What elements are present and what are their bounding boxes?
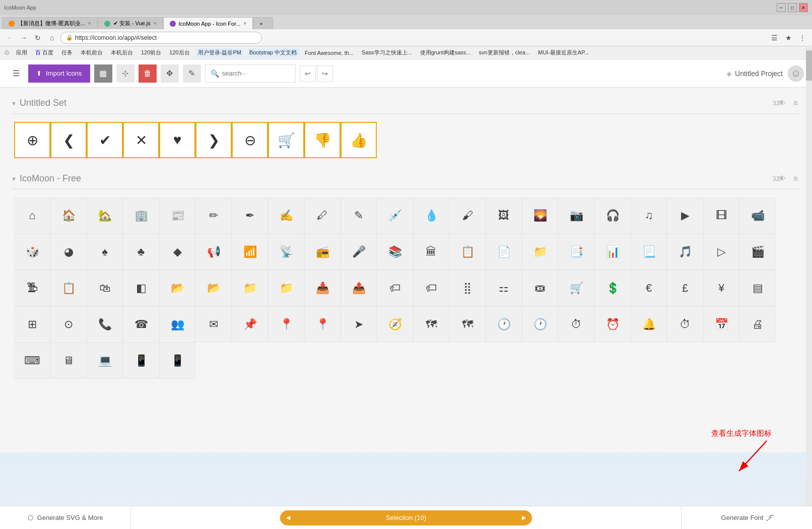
icomoon-icon-74[interactable]: 🗺 xyxy=(413,306,449,343)
bookmark-svn[interactable]: svn更新报错，clea... xyxy=(477,48,532,57)
icomoon-icon-81[interactable]: ⏱ xyxy=(667,306,703,343)
icomoon-icon-47[interactable]: 📂 xyxy=(195,270,232,306)
icomoon-icon-60[interactable]: £ xyxy=(667,270,703,306)
icomoon-icon-72[interactable]: ➤ xyxy=(341,306,377,343)
icomoon-icon-24[interactable]: ♣ xyxy=(123,234,159,270)
tab-vuejs[interactable]: ✔ 安装 - Vue.js × xyxy=(98,17,163,29)
bookmark-bootstrap[interactable]: Bootstrap 中文文档 xyxy=(247,48,299,57)
icomoon-icon-6[interactable]: ✒ xyxy=(232,197,268,234)
icomoon-icon-31[interactable]: 📚 xyxy=(377,234,413,270)
icomoon-icon-20[interactable]: 📹 xyxy=(739,197,776,234)
icomoon-icon-15[interactable]: 📷 xyxy=(558,197,594,234)
icomoon-icon-63[interactable]: ⊞ xyxy=(14,306,50,343)
icomoon-icon-32[interactable]: 🏛 xyxy=(413,234,449,270)
bookmark-user-login[interactable]: 用户登录-益谷PM xyxy=(196,48,243,57)
icomoon-icon-12[interactable]: 🖌 xyxy=(449,197,486,234)
icomoon-icon-39[interactable]: 🎵 xyxy=(667,234,703,270)
icomoon-icon-29[interactable]: 📻 xyxy=(304,234,341,270)
icomoon-icon-65[interactable]: 📞 xyxy=(87,306,123,343)
icomoon-icon-41[interactable]: 🎬 xyxy=(739,234,776,270)
bookmark-120-front[interactable]: 120前台 xyxy=(139,48,163,57)
icomoon-icon-13[interactable]: 🖼 xyxy=(486,197,522,234)
bookmark-local-front[interactable]: 本机前台 xyxy=(79,48,105,57)
move-button[interactable]: ✥ xyxy=(161,64,179,83)
project-name[interactable]: ◈ Untitled Project xyxy=(726,70,783,78)
selected-icon-4[interactable]: ♥ xyxy=(159,122,195,158)
icomoon-icon-56[interactable]: 🎟 xyxy=(522,270,558,306)
bookmark-fontawesome[interactable]: Font Awesome, th... xyxy=(303,49,356,57)
icomoon-icon-22[interactable]: ◕ xyxy=(50,234,87,270)
icomoon-icon-44[interactable]: 🛍 xyxy=(87,270,123,306)
bookmark-grunt[interactable]: 使用grunt构建sass... xyxy=(418,48,473,57)
maximize-button[interactable]: □ xyxy=(788,3,797,12)
back-button[interactable]: ← xyxy=(4,32,15,43)
window-controls[interactable]: − □ × xyxy=(777,3,808,12)
icomoon-icon-85[interactable]: 🖥 xyxy=(50,343,87,379)
icomoon-icon-76[interactable]: 🕐 xyxy=(486,306,522,343)
selected-icon-8[interactable]: 👎 xyxy=(304,122,341,158)
selected-icon-0[interactable]: ⊕ xyxy=(14,122,50,158)
select-button[interactable]: ⊹ xyxy=(116,64,134,83)
selected-icon-9[interactable]: 👍 xyxy=(341,122,377,158)
icomoon-icon-67[interactable]: 👥 xyxy=(159,306,195,343)
icomoon-icon-69[interactable]: 📌 xyxy=(232,306,268,343)
collapse-chevron-icon[interactable]: ▾ xyxy=(12,99,16,107)
icomoon-icon-19[interactable]: 🎞 xyxy=(703,197,739,234)
icomoon-icon-61[interactable]: ¥ xyxy=(703,270,739,306)
settings-icon[interactable]: ☰ xyxy=(769,32,780,43)
section-menu-icon[interactable]: ≡ xyxy=(793,174,798,183)
forward-button[interactable]: → xyxy=(18,32,29,43)
icomoon-icon-82[interactable]: 📅 xyxy=(703,306,739,343)
scrollbar-thumb[interactable] xyxy=(806,50,812,81)
tab-close-icon[interactable]: × xyxy=(243,21,246,26)
icomoon-icon-35[interactable]: 📁 xyxy=(522,234,558,270)
section-menu-icon[interactable]: ≡ xyxy=(793,99,798,108)
icomoon-icon-73[interactable]: 🧭 xyxy=(377,306,413,343)
icomoon-icon-25[interactable]: ◆ xyxy=(159,234,195,270)
icomoon-icon-53[interactable]: 🏷 xyxy=(413,270,449,306)
icomoon-icon-11[interactable]: 💧 xyxy=(413,197,449,234)
redo-button[interactable]: ↪ xyxy=(317,65,333,82)
home-button[interactable]: ⌂ xyxy=(46,32,57,43)
icomoon-icon-49[interactable]: 📁 xyxy=(268,270,304,306)
icomoon-icon-55[interactable]: ⚏ xyxy=(486,270,522,306)
icomoon-icon-66[interactable]: ☎ xyxy=(123,306,159,343)
icomoon-icon-7[interactable]: ✍ xyxy=(268,197,304,234)
icomoon-icon-21[interactable]: 🎲 xyxy=(14,234,50,270)
collapse-chevron-icon[interactable]: ▾ xyxy=(12,175,16,183)
icomoon-icon-80[interactable]: 🔔 xyxy=(631,306,667,343)
icomoon-icon-70[interactable]: 📍 xyxy=(268,306,304,343)
close-button[interactable]: × xyxy=(799,3,808,12)
icomoon-icon-59[interactable]: € xyxy=(631,270,667,306)
import-icons-button[interactable]: ⬆ Import Icons xyxy=(28,64,90,83)
icomoon-icon-86[interactable]: 💻 xyxy=(87,343,123,379)
icomoon-icon-40[interactable]: ▷ xyxy=(703,234,739,270)
icomoon-icon-64[interactable]: ⊙ xyxy=(50,306,87,343)
icomoon-icon-17[interactable]: ♫ xyxy=(631,197,667,234)
minimize-button[interactable]: − xyxy=(777,3,786,12)
icomoon-icon-26[interactable]: 📢 xyxy=(195,234,232,270)
icomoon-icon-68[interactable]: ✉ xyxy=(195,306,232,343)
tab-icomoon[interactable]: IcoMoon App - Icon For... × xyxy=(163,17,253,29)
icomoon-icon-4[interactable]: 📰 xyxy=(159,197,195,234)
icomoon-icon-30[interactable]: 🎤 xyxy=(341,234,377,270)
menu-icon[interactable]: ⋮ xyxy=(797,32,808,43)
search-input[interactable] xyxy=(222,70,288,77)
icomoon-icon-87[interactable]: 📱 xyxy=(123,343,159,379)
selected-icon-1[interactable]: ❮ xyxy=(50,122,87,158)
bookmark-local-back[interactable]: 本机后台 xyxy=(109,48,135,57)
icomoon-icon-37[interactable]: 📊 xyxy=(594,234,631,270)
icomoon-icon-38[interactable]: 📃 xyxy=(631,234,667,270)
icomoon-icon-48[interactable]: 📁 xyxy=(232,270,268,306)
icomoon-icon-78[interactable]: ⏱ xyxy=(558,306,594,343)
edit-button[interactable]: ✎ xyxy=(183,64,201,83)
icomoon-icon-10[interactable]: 💉 xyxy=(377,197,413,234)
delete-button[interactable]: 🗑 xyxy=(139,64,157,83)
icomoon-icon-2[interactable]: 🏡 xyxy=(87,197,123,234)
visibility-icon[interactable]: 👁 xyxy=(778,174,786,183)
bookmark-120-back[interactable]: 120后台 xyxy=(167,48,191,57)
icomoon-icon-45[interactable]: ◧ xyxy=(123,270,159,306)
icomoon-icon-58[interactable]: 💲 xyxy=(594,270,631,306)
undo-button[interactable]: ↩ xyxy=(300,65,316,82)
icomoon-icon-50[interactable]: 📥 xyxy=(304,270,341,306)
